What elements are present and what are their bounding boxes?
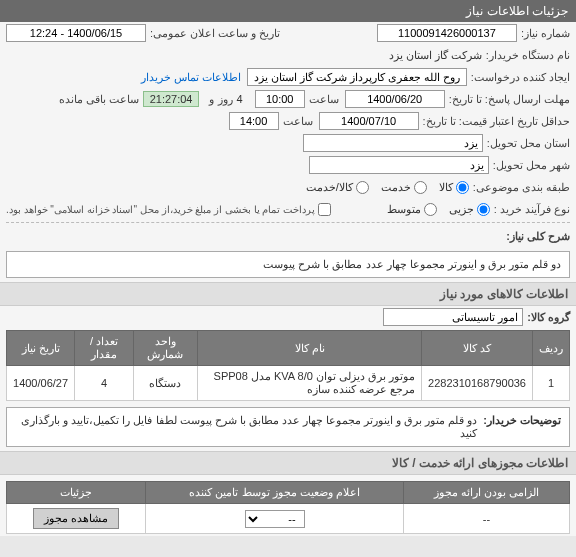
city-input[interactable]: [309, 156, 489, 174]
process-radio-group: جزیی متوسط: [387, 203, 490, 216]
th-status: اعلام وضعیت مجوز توسط تامین کننده: [146, 482, 404, 504]
radio-service[interactable]: خدمت: [381, 181, 427, 194]
validity-time-input[interactable]: [229, 112, 279, 130]
goods-group-input[interactable]: [383, 308, 523, 326]
goods-group-label: گروه کالا:: [527, 311, 570, 324]
status-select[interactable]: --: [245, 510, 305, 528]
permits-section-title: اطلاعات مجوزهای ارائه خدمت / کالا: [0, 451, 576, 475]
buyer-note-box: توضیحات خریدار: دو قلم متور برق و اینورت…: [6, 407, 570, 447]
radio-goods-input[interactable]: [456, 181, 469, 194]
desc-box: دو قلم متور برق و اینورتر مجموعا چهار عد…: [6, 251, 570, 278]
buyer-note-text: دو قلم متور برق و اینورتر مجموعا چهار عد…: [15, 414, 477, 440]
table-row[interactable]: 1 2282310168790036 موتور برق دیزلی توان …: [7, 366, 570, 401]
th-unit: واحد شمارش: [133, 331, 197, 366]
remaining-time-badge: 21:27:04: [143, 91, 200, 107]
th-row: ردیف: [533, 331, 570, 366]
goods-table: ردیف کد کالا نام کالا واحد شمارش تعداد /…: [6, 330, 570, 401]
validity-label: حداقل تاریخ اعتبار قیمت: تا تاریخ:: [423, 115, 570, 128]
th-date: تاریخ نیاز: [7, 331, 75, 366]
td-code: 2282310168790036: [422, 366, 533, 401]
radio-both-input[interactable]: [356, 181, 369, 194]
location-label: استان محل تحویل:: [487, 137, 570, 150]
payment-checkbox[interactable]: [318, 203, 331, 216]
requester-input[interactable]: [247, 68, 467, 86]
city-label: شهر محل تحویل:: [493, 159, 570, 172]
view-permit-button[interactable]: مشاهده مجوز: [33, 508, 119, 529]
payment-check[interactable]: پرداخت تمام یا بخشی از مبلغ خرید،از محل …: [6, 203, 331, 216]
permits-row: -- -- مشاهده مجوز: [7, 504, 570, 534]
category-label: طبقه بندی موضوعی:: [473, 181, 570, 194]
radio-partial-input[interactable]: [477, 203, 490, 216]
time-label-2: ساعت: [283, 115, 313, 128]
page-title: جزئیات اطلاعات نیاز: [466, 4, 568, 18]
permits-table: الزامی بودن ارائه مجوز اعلام وضعیت مجوز …: [6, 481, 570, 534]
requester-label: ایجاد کننده درخواست:: [471, 71, 570, 84]
public-date-label: تاریخ و ساعت اعلان عمومی:: [150, 27, 280, 40]
location-input[interactable]: [303, 134, 483, 152]
contact-link[interactable]: اطلاعات تماس خریدار: [141, 71, 241, 84]
reply-date-input[interactable]: [345, 90, 445, 108]
th-details: جزئیات: [7, 482, 146, 504]
radio-medium[interactable]: متوسط: [387, 203, 437, 216]
td-name: موتور برق دیزلی توان KVA 8/0 مدل SPP08 م…: [198, 366, 422, 401]
td-unit: دستگاه: [133, 366, 197, 401]
days-label: روز و: [209, 93, 232, 106]
radio-service-input[interactable]: [414, 181, 427, 194]
radio-both[interactable]: کالا/خدمت: [306, 181, 369, 194]
public-date-input[interactable]: [6, 24, 146, 42]
td-status: --: [146, 504, 404, 534]
validity-date-input[interactable]: [319, 112, 419, 130]
process-label: نوع فرآیند خرید :: [494, 203, 570, 216]
need-no-input[interactable]: [377, 24, 517, 42]
desc-label: شرح کلی نیاز:: [506, 230, 570, 243]
td-mandatory: --: [403, 504, 569, 534]
radio-goods[interactable]: کالا: [439, 181, 469, 194]
td-row: 1: [533, 366, 570, 401]
remaining-label: ساعت باقی مانده: [59, 93, 139, 106]
td-details: مشاهده مجوز: [7, 504, 146, 534]
goods-section-title: اطلاعات کالاهای مورد نیاز: [0, 282, 576, 306]
buyer-org-label: نام دستگاه خریدار:: [486, 49, 570, 62]
page-header: جزئیات اطلاعات نیاز: [0, 0, 576, 22]
radio-medium-input[interactable]: [424, 203, 437, 216]
need-no-label: شماره نیاز:: [521, 27, 570, 40]
buyer-note-label: توضیحات خریدار:: [483, 414, 561, 440]
th-qty: تعداد / مقدار: [75, 331, 134, 366]
td-qty: 4: [75, 366, 134, 401]
th-code: کد کالا: [422, 331, 533, 366]
radio-partial[interactable]: جزیی: [449, 203, 490, 216]
td-date: 1400/06/27: [7, 366, 75, 401]
days-value: 4: [237, 93, 243, 105]
time-label-1: ساعت: [309, 93, 339, 106]
buyer-org-text: شرکت گاز استان یزد: [389, 49, 482, 62]
reply-deadline-label: مهلت ارسال پاسخ: تا تاریخ:: [449, 93, 570, 106]
reply-time-input[interactable]: [255, 90, 305, 108]
category-radio-group: کالا خدمت کالا/خدمت: [306, 181, 469, 194]
th-mandatory: الزامی بودن ارائه مجوز: [403, 482, 569, 504]
th-name: نام کالا: [198, 331, 422, 366]
